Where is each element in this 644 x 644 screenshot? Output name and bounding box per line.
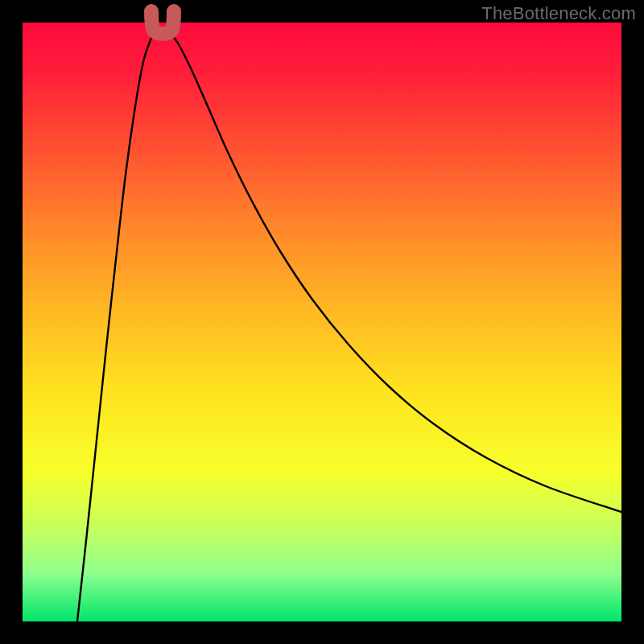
left-branch-curve: [77, 35, 153, 621]
right-branch-curve: [172, 35, 621, 512]
curve-layer: [23, 23, 621, 621]
watermark-text: TheBottleneck.com: [481, 3, 636, 24]
plot-area: [23, 23, 621, 621]
u-marker: [151, 11, 174, 34]
